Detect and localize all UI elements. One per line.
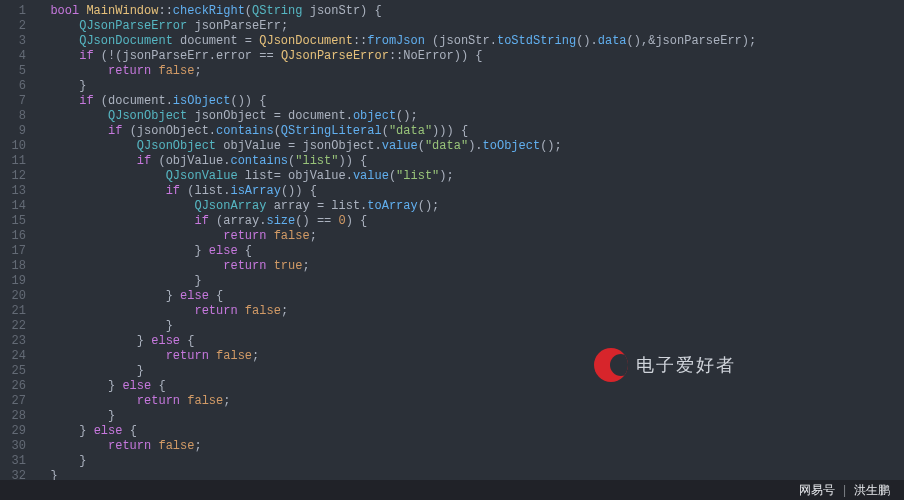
code-line[interactable]: return false; <box>36 229 904 244</box>
line-number: 5 <box>0 64 26 79</box>
code-line[interactable]: } <box>36 274 904 289</box>
line-number: 19 <box>0 274 26 289</box>
line-number: 22 <box>0 319 26 334</box>
code-line[interactable]: } else { <box>36 334 904 349</box>
code-line[interactable]: if (document.isObject()) { <box>36 94 904 109</box>
line-number: 6 <box>0 79 26 94</box>
code-line[interactable]: if (list.isArray()) { <box>36 184 904 199</box>
code-line[interactable]: return true; <box>36 259 904 274</box>
line-number: 17 <box>0 244 26 259</box>
line-number: 28 <box>0 409 26 424</box>
line-number: 31 <box>0 454 26 469</box>
code-line[interactable]: bool MainWindow::checkRight(QString json… <box>36 4 904 19</box>
line-number: 25 <box>0 364 26 379</box>
line-number: 24 <box>0 349 26 364</box>
code-line[interactable]: if (jsonObject.contains(QStringLiteral("… <box>36 124 904 139</box>
line-number: 1 <box>0 4 26 19</box>
line-number: 8 <box>0 109 26 124</box>
line-number: 11 <box>0 154 26 169</box>
line-number: 10 <box>0 139 26 154</box>
code-line[interactable]: } else { <box>36 379 904 394</box>
line-number: 29 <box>0 424 26 439</box>
line-number: 2 <box>0 19 26 34</box>
line-number: 23 <box>0 334 26 349</box>
code-line[interactable]: return false; <box>36 349 904 364</box>
code-line[interactable]: if (objValue.contains("list")) { <box>36 154 904 169</box>
code-line[interactable]: return false; <box>36 64 904 79</box>
line-number: 14 <box>0 199 26 214</box>
code-line[interactable]: } <box>36 409 904 424</box>
line-number: 21 <box>0 304 26 319</box>
author-name: 洪生鹏 <box>854 483 890 498</box>
code-line[interactable]: QJsonParseError jsonParseErr; <box>36 19 904 34</box>
line-number: 3 <box>0 34 26 49</box>
code-line[interactable]: QJsonObject jsonObject = document.object… <box>36 109 904 124</box>
code-line[interactable]: } else { <box>36 424 904 439</box>
code-line[interactable]: QJsonValue list= objValue.value("list"); <box>36 169 904 184</box>
line-number: 27 <box>0 394 26 409</box>
line-number: 9 <box>0 124 26 139</box>
code-line[interactable]: if (array.size() == 0) { <box>36 214 904 229</box>
code-line[interactable]: return false; <box>36 439 904 454</box>
line-number: 20 <box>0 289 26 304</box>
line-number: 12 <box>0 169 26 184</box>
code-line[interactable]: QJsonDocument document = QJsonDocument::… <box>36 34 904 49</box>
code-line[interactable]: if (!(jsonParseErr.error == QJsonParseEr… <box>36 49 904 64</box>
code-line[interactable]: QJsonArray array = list.toArray(); <box>36 199 904 214</box>
code-line[interactable]: } <box>36 364 904 379</box>
code-line[interactable]: } <box>36 454 904 469</box>
source-footer: 网易号 | 洪生鹏 <box>0 480 904 500</box>
line-number: 16 <box>0 229 26 244</box>
line-number: 13 <box>0 184 26 199</box>
code-line[interactable]: return false; <box>36 304 904 319</box>
code-area[interactable]: bool MainWindow::checkRight(QString json… <box>36 4 904 500</box>
code-line[interactable]: QJsonObject objValue = jsonObject.value(… <box>36 139 904 154</box>
line-number: 26 <box>0 379 26 394</box>
line-number: 30 <box>0 439 26 454</box>
code-line[interactable]: } else { <box>36 244 904 259</box>
separator: | <box>843 483 846 498</box>
line-number: 4 <box>0 49 26 64</box>
code-line[interactable]: } <box>36 79 904 94</box>
code-line[interactable]: return false; <box>36 394 904 409</box>
source-label: 网易号 <box>799 483 835 498</box>
line-number: 18 <box>0 259 26 274</box>
code-line[interactable]: } <box>36 319 904 334</box>
line-number: 7 <box>0 94 26 109</box>
line-number: 15 <box>0 214 26 229</box>
line-number-gutter: 1234567891011121314151617181920212223242… <box>0 4 36 500</box>
code-line[interactable]: } else { <box>36 289 904 304</box>
code-editor[interactable]: 1234567891011121314151617181920212223242… <box>0 0 904 500</box>
